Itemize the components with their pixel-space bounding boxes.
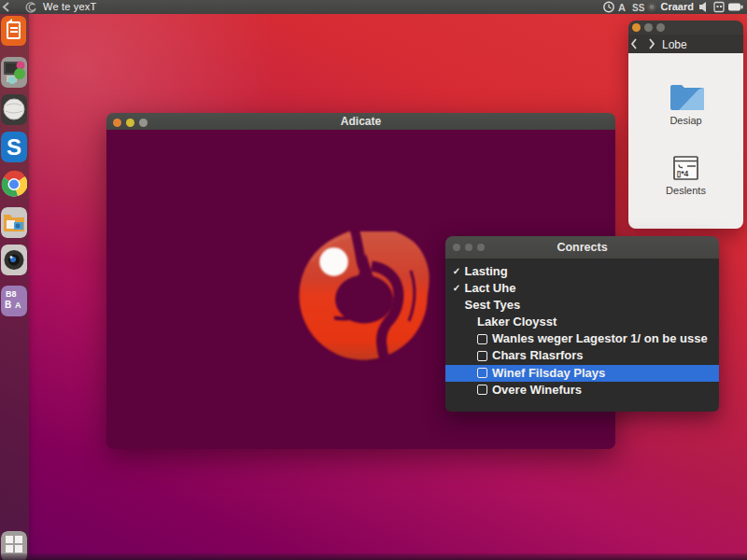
svg-text:SS: SS [632, 3, 645, 13]
svg-text:B: B [5, 300, 11, 310]
svg-text:▯*4: ▯*4 [677, 169, 689, 178]
svg-text:B8: B8 [6, 289, 17, 299]
svg-text:A: A [618, 2, 626, 13]
svg-text:S: S [7, 134, 21, 160]
svg-text:Lobe: Lobe [662, 38, 687, 51]
svg-text:A: A [15, 301, 21, 310]
